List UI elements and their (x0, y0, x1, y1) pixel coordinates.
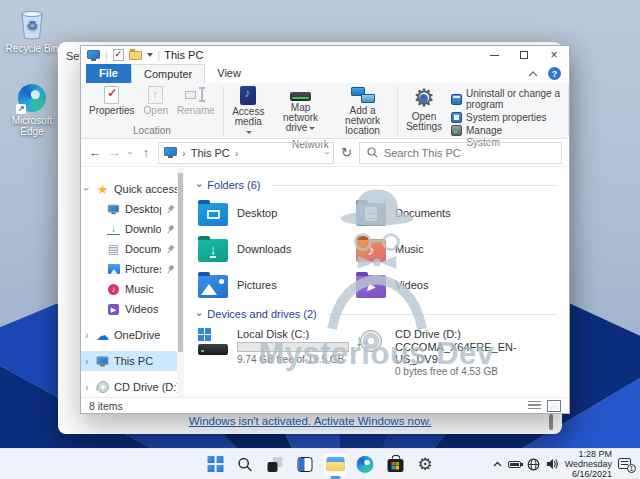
search-input[interactable] (384, 147, 554, 159)
details-view-button[interactable] (528, 401, 541, 411)
collapse-ribbon-icon[interactable] (528, 71, 538, 77)
drive-free-space: 9.74 GB free of 19.5 GB (237, 354, 349, 365)
forward-button[interactable]: → (107, 145, 121, 160)
settings-scrollbar[interactable] (549, 414, 553, 430)
quick-access-toolbar: | | (87, 49, 160, 61)
desktop-icon-microsoft-edge[interactable]: ↗ Microsoft Edge (4, 84, 60, 137)
breadcrumb-location[interactable]: This PC (191, 147, 230, 159)
battery-icon[interactable] (508, 461, 521, 468)
widgets-icon (298, 457, 313, 472)
network-globe-icon[interactable] (527, 458, 540, 471)
sidebar-item-music[interactable]: ♪ Music (81, 279, 177, 299)
uninstall-program-button[interactable]: Uninstall or change a program (451, 88, 564, 110)
taskbar-search-button[interactable] (233, 452, 258, 477)
sidebar-item-downloads[interactable]: ↓ Downloads (81, 219, 177, 239)
file-explorer-window: | | This PC × File Computer View ? Pr (80, 45, 570, 414)
folder-tile-videos[interactable]: ▶ Videos (356, 271, 514, 298)
tab-computer[interactable]: Computer (131, 64, 205, 83)
desktop-icon-recycle-bin[interactable]: ♻ Recycle Bin (4, 8, 60, 54)
sidebar-item-quick-access[interactable]: › ★ Quick access (81, 179, 177, 199)
downloads-folder-icon: ↓ (198, 239, 228, 262)
chevron-collapsed-icon[interactable]: › (85, 355, 89, 367)
add-network-location-button[interactable]: Add a network location (332, 85, 393, 137)
map-network-drive-button[interactable]: Map network drive (270, 85, 331, 134)
sidebar-item-cd-drive[interactable]: › CD Drive (D:) CCC (81, 377, 177, 397)
section-header-folders[interactable]: › Folders (6) (198, 179, 557, 191)
tab-view[interactable]: View (205, 64, 253, 83)
tab-file[interactable]: File (86, 64, 131, 83)
widgets-button[interactable] (293, 452, 318, 477)
recent-locations-dropdown[interactable]: › (125, 149, 135, 157)
minimize-button[interactable] (479, 46, 509, 64)
taskbar-clock[interactable]: 1:28 PM Wednesday 6/16/2021 (565, 449, 612, 479)
new-folder-qat-button[interactable] (129, 51, 142, 60)
sidebar-item-this-pc[interactable]: › This PC (81, 351, 177, 371)
task-view-icon (268, 457, 283, 472)
address-dropdown[interactable]: › (322, 151, 332, 154)
file-explorer-button[interactable] (323, 452, 348, 477)
sidebar-item-documents[interactable]: ▤ Documents (81, 239, 177, 259)
microsoft-store-button[interactable] (383, 452, 408, 477)
open-settings-button[interactable]: ⚙ Open Settings (402, 85, 446, 133)
chevron-collapsed-icon[interactable]: › (85, 329, 89, 341)
start-button[interactable] (203, 452, 228, 477)
sidebar-item-desktop[interactable]: Desktop (81, 199, 177, 219)
refresh-button[interactable]: ↻ (339, 145, 354, 160)
properties-button[interactable]: Properties (85, 85, 139, 117)
clock-time: 1:28 PM (565, 449, 612, 459)
notification-center-button[interactable]: 1 (618, 457, 635, 472)
pictures-icon (107, 263, 120, 276)
access-media-icon (240, 86, 256, 105)
recycle-bin-icon: ♻ (4, 8, 60, 40)
system-properties-button[interactable]: System properties (451, 112, 564, 123)
downloads-icon: ↓ (107, 223, 120, 235)
properties-qat-button[interactable] (113, 49, 124, 61)
hidden-icons-chevron[interactable] (493, 461, 502, 467)
help-icon[interactable]: ? (548, 67, 561, 80)
group-label-location: Location (85, 124, 219, 138)
system-properties-icon (451, 112, 462, 123)
section-header-devices[interactable]: › Devices and drives (2) (198, 308, 557, 320)
quick-access-star-icon: ★ (96, 183, 109, 196)
folder-tile-music[interactable]: ♪ Music (356, 235, 514, 262)
chevron-expanded-icon[interactable]: › (81, 187, 93, 191)
customize-qat-dropdown[interactable] (147, 53, 153, 57)
sidebar-scrollbar[interactable] (177, 167, 184, 397)
drive-free-space: 0 bytes free of 4.53 GB (395, 366, 536, 377)
ribbon-tabs: File Computer View ? (81, 64, 569, 83)
sidebar-item-videos[interactable]: ▶ Videos (81, 299, 177, 319)
close-button[interactable]: × (539, 46, 569, 64)
manage-button[interactable]: Manage (451, 125, 564, 136)
pictures-folder-icon (198, 275, 228, 298)
drive-tile-local-disk-c[interactable]: Local Disk (C:) 9.74 GB free of 19.5 GB (198, 328, 356, 377)
up-button[interactable]: ↑ (139, 145, 153, 160)
back-button[interactable]: ← (88, 145, 102, 160)
settings-button[interactable]: ⚙ (413, 452, 438, 477)
chevron-collapsed-icon[interactable]: › (85, 381, 89, 393)
large-icons-view-button[interactable] (547, 400, 561, 412)
folders-grid: Desktop Documents ↓ Downloads ♪ Music Pi… (198, 199, 557, 298)
section-collapse-icon[interactable]: › (194, 312, 205, 315)
scrollbar-thumb[interactable] (178, 173, 183, 352)
activation-link[interactable]: Windows isn't activated. Activate Window… (58, 415, 562, 427)
volume-icon[interactable] (546, 458, 559, 470)
edge-button[interactable] (353, 452, 378, 477)
section-collapse-icon[interactable]: › (194, 183, 205, 186)
address-bar[interactable]: › This PC › › (158, 142, 334, 164)
folder-tile-pictures[interactable]: Pictures (198, 271, 356, 298)
drive-tile-cd-drive-d[interactable]: ↓ CD Drive (D:) CCCOMA_X64FRE_EN-US_DV9 … (356, 328, 536, 377)
pin-icon (164, 203, 176, 215)
pin-icon (164, 223, 176, 235)
maximize-button[interactable] (509, 46, 539, 64)
drives-grid: Local Disk (C:) 9.74 GB free of 19.5 GB … (198, 328, 557, 377)
folder-tile-documents[interactable]: Documents (356, 199, 514, 226)
access-media-button[interactable]: Access media (228, 85, 269, 138)
search-box[interactable] (359, 142, 562, 164)
open-button[interactable]: Open (140, 85, 172, 117)
rename-button[interactable]: Rename (173, 85, 219, 117)
folder-tile-downloads[interactable]: ↓ Downloads (198, 235, 356, 262)
sidebar-item-onedrive[interactable]: › ☁ OneDrive (81, 325, 177, 345)
task-view-button[interactable] (263, 452, 288, 477)
folder-tile-desktop[interactable]: Desktop (198, 199, 356, 226)
sidebar-item-pictures[interactable]: Pictures (81, 259, 177, 279)
